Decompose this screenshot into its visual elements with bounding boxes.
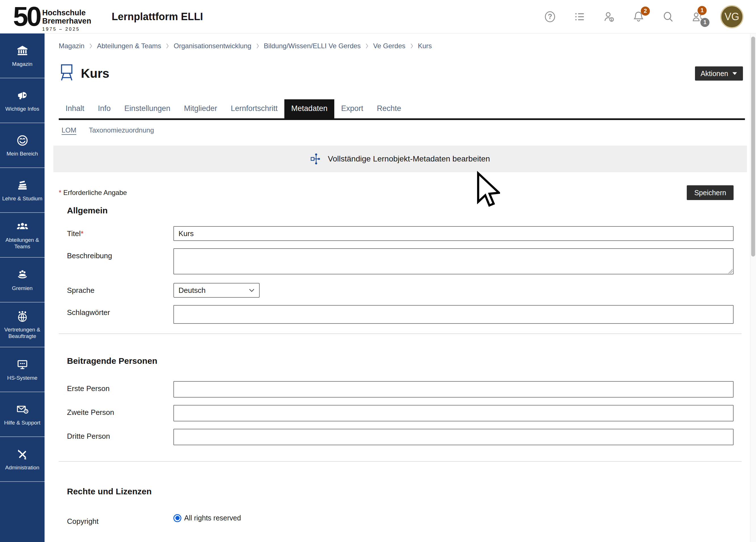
chevron-right-icon [365,43,369,49]
beschreibung-label: Beschreibung [59,248,173,260]
chevron-right-icon [256,43,259,49]
logo-name-line2: Bremerhaven [42,17,91,25]
radio-dot [175,516,180,520]
breadcrumb-item[interactable]: Magazin [59,42,85,50]
section-heading-allgemein: Allgemein [67,206,745,215]
university-logo: 50 Hochschule Bremerhaven 1975 – 2025 [13,1,91,32]
chevron-right-icon [410,43,413,49]
top-header: 50 Hochschule Bremerhaven 1975 – 2025 Le… [0,0,756,33]
contacts-count-badge: 1 [700,18,709,27]
tab-inhalt[interactable]: Inhalt [59,99,91,118]
tab-lernfortschritt[interactable]: Lernfortschritt [224,99,284,118]
banner-label: Vollständige Lernobjekt-Metadaten bearbe… [328,154,490,163]
chevron-down-icon [249,289,255,292]
required-note: * Erforderliche Angabe [59,185,127,197]
people-group-icon [16,220,29,233]
globe-people-icon [16,310,29,323]
tab-rechte[interactable]: Rechte [370,99,408,118]
required-asterisk: * [81,229,83,238]
chevron-right-icon [166,43,169,49]
titel-input[interactable] [173,226,734,241]
svg-text:?: ? [548,12,552,20]
sprache-selected-value: Deutsch [179,286,205,295]
tab-einstellungen[interactable]: Einstellungen [117,99,177,118]
zweite-person-label: Zweite Person [59,405,173,417]
tab-bar: Inhalt Info Einstellungen Mitglieder Ler… [59,99,745,120]
schlagwoerter-label: Schlagwörter [59,305,173,317]
vertical-scrollbar-thumb[interactable] [751,37,755,257]
tab-mitglieder[interactable]: Mitglieder [177,99,224,118]
breadcrumb-item[interactable]: Bildung/Wissen/ELLI Ve Gerdes [264,42,361,50]
tools-icon [16,448,29,461]
erste-person-label: Erste Person [59,381,173,393]
sidebar-item-abteilungen-teams[interactable]: Abteilungen & Teams [0,213,45,258]
save-button[interactable]: Speichern [687,185,734,200]
sidebar-item-vertretungen[interactable]: Vertretungen & Beauftragte [0,302,45,347]
sidebar-item-hilfe-support[interactable]: ? Hilfe & Support [0,392,45,437]
section-divider [59,333,742,334]
chevron-right-icon [89,43,93,49]
sidebar-item-lehre-studium[interactable]: Lehre & Studium [0,168,45,213]
bank-icon [16,44,29,57]
breadcrumb: Magazin Abteilungen & Teams Organisation… [59,33,745,50]
tab-export[interactable]: Export [334,99,370,118]
contacts-icon[interactable]: 1 1 [691,10,704,24]
section-heading-beitragende: Beitragende Personen [67,356,745,366]
page-title: Kurs [81,66,109,81]
sidebar-item-magazin[interactable]: Magazin [0,33,45,78]
svg-text:?: ? [25,409,27,413]
notifications-badge: 2 [641,7,650,16]
dritte-person-label: Dritte Person [59,429,173,441]
actions-button[interactable]: Aktionen [695,66,743,81]
monitor-password-icon [16,358,29,371]
required-asterisk: * [59,189,61,196]
beschreibung-textarea[interactable] [173,248,734,274]
dritte-person-input[interactable] [173,429,734,445]
copyright-label: Copyright [59,514,173,526]
user-avatar[interactable]: VG [720,5,744,28]
zweite-person-input[interactable] [173,405,734,421]
section-heading-rechte: Rechte und Lizenzen [67,487,745,496]
main-content: Magazin Abteilungen & Teams Organisation… [45,33,756,542]
sidebar-item-hs-systeme[interactable]: HS-Systeme [0,347,45,392]
course-easel-icon [59,64,75,83]
schlagwoerter-input[interactable] [173,305,734,324]
subtab-lom[interactable]: LOM [62,126,76,134]
logo-years: 1975 – 2025 [42,27,91,32]
sprache-label: Sprache [59,283,173,295]
help-icon[interactable]: ? [543,10,557,24]
list-view-icon[interactable] [573,10,586,24]
smiley-icon [16,134,29,147]
sidebar-item-gremien[interactable]: Gremien [0,258,45,302]
sidebar-item-wichtige-infos[interactable]: Wichtige Infos [0,78,45,123]
tab-metadaten[interactable]: Metadaten [284,99,334,118]
subtab-taxonomiezuordnung[interactable]: Taxonomiezuordnung [89,126,154,134]
sidebar-item-administration[interactable]: Administration [0,437,45,482]
contacts-new-badge: 1 [698,6,707,15]
vertical-scrollbar-track[interactable] [750,34,756,542]
caret-down-icon [732,72,737,75]
search-icon[interactable] [661,10,675,24]
breadcrumb-item[interactable]: Organisationsentwicklung [174,42,251,50]
breadcrumb-item-current[interactable]: Kurs [418,42,432,50]
app-title: Lernplattform ELLI [112,11,203,23]
erste-person-input[interactable] [173,381,734,398]
edit-full-metadata-banner[interactable]: Vollständige Lernobjekt-Metadaten bearbe… [53,146,747,172]
section-divider [59,461,742,462]
notifications-bell-icon[interactable]: 2 [632,10,645,24]
breadcrumb-item[interactable]: Ve Gerdes [373,42,405,50]
breadcrumb-item[interactable]: Abteilungen & Teams [97,42,161,50]
tab-info[interactable]: Info [91,99,117,118]
logo-50: 50 [13,4,40,29]
copyright-radio-selected[interactable] [173,514,181,522]
online-users-icon[interactable] [602,10,616,24]
people-in-hand-icon [16,268,29,281]
main-sidebar: Magazin Wichtige Infos Mein Bereich Lehr… [0,33,45,542]
sidebar-item-mein-bereich[interactable]: Mein Bereich [0,123,45,168]
sprache-select[interactable]: Deutsch [173,283,260,298]
books-icon [16,179,29,192]
subtab-bar: LOM Taxonomiezuordnung [59,126,745,134]
megaphone-icon [16,89,29,102]
metadata-tree-icon [310,153,322,165]
mail-question-icon: ? [16,403,29,416]
